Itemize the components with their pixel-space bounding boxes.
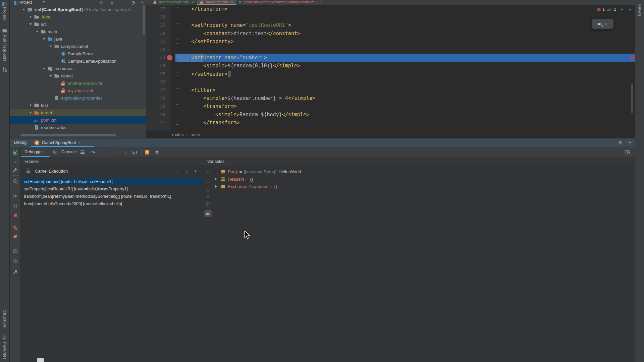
move-down-icon[interactable]: ▼ bbox=[204, 193, 212, 200]
frame-row[interactable]: from[timer://hello?period=2000] [route=h… bbox=[21, 200, 203, 207]
tool-stripe-pull-requests[interactable]: Pull Requests bbox=[2, 35, 7, 61]
force-step-into-icon[interactable]: ↓ bbox=[112, 149, 118, 155]
step-over-icon[interactable]: ↷ bbox=[90, 149, 96, 155]
tool-stripe-project[interactable]: Project bbox=[2, 7, 7, 20]
camel-exchange-icon[interactable]: ∞ bbox=[204, 210, 212, 217]
tool-stripe-favorites[interactable]: Favorites bbox=[2, 342, 7, 360]
tree-item[interactable]: >resources bbox=[10, 65, 146, 72]
stop-icon[interactable] bbox=[12, 212, 18, 218]
gear-dd-icon[interactable] bbox=[12, 258, 18, 264]
tree-item[interactable]: CSampleBean bbox=[10, 50, 146, 57]
show-execution-point-icon[interactable]: 9 bbox=[12, 159, 18, 165]
tree-item[interactable]: xml [Camel SpringBoot] ~/Dev/git/camel-s… bbox=[10, 6, 146, 13]
step-into-icon[interactable]: ↓ bbox=[101, 149, 107, 155]
breadcrumb-child[interactable]: route bbox=[191, 132, 200, 137]
tree-item[interactable]: java bbox=[10, 35, 146, 43]
fold-marker-icon[interactable] bbox=[176, 104, 179, 108]
chevron-right-icon[interactable] bbox=[215, 185, 219, 188]
tree-item[interactable]: <>my-route.xml bbox=[10, 87, 146, 94]
thread-selector-label[interactable]: Camel Execution bbox=[35, 166, 68, 177]
fold-marker-icon[interactable] bbox=[176, 72, 179, 76]
maven-reload-popup[interactable]: m × bbox=[592, 19, 613, 29]
threads-icon[interactable] bbox=[79, 149, 86, 155]
breakpoint-icon[interactable] bbox=[167, 55, 172, 60]
breadcrumb-parent[interactable]: routes bbox=[146, 132, 184, 137]
variable-row[interactable]: Exchange Properties={} bbox=[203, 183, 635, 190]
vertical-scrollbar[interactable] bbox=[143, 5, 145, 35]
pin-icon[interactable] bbox=[12, 269, 18, 275]
locate-file-icon[interactable] bbox=[99, 0, 104, 5]
fold-marker-icon[interactable] bbox=[176, 56, 179, 60]
hide-panel-icon[interactable] bbox=[627, 140, 632, 145]
chevron-right-icon[interactable] bbox=[28, 111, 34, 114]
tree-item[interactable]: mpom.xml bbox=[10, 116, 146, 124]
resume-icon[interactable] bbox=[12, 193, 18, 199]
horizontal-scrollbar[interactable] bbox=[20, 134, 116, 136]
tree-item[interactable]: target bbox=[10, 109, 146, 116]
tree-item[interactable]: application.properties bbox=[10, 94, 146, 102]
chevron-down-icon[interactable] bbox=[41, 37, 47, 41]
camera-icon[interactable] bbox=[12, 248, 18, 254]
move-up-icon[interactable]: ↑ bbox=[174, 168, 180, 174]
chevron-down-icon[interactable] bbox=[48, 44, 54, 49]
add-icon[interactable]: + bbox=[204, 169, 212, 175]
remove-icon[interactable]: − bbox=[204, 179, 212, 186]
maven-reload-icon[interactable]: m bbox=[598, 21, 602, 26]
close-icon[interactable]: × bbox=[605, 21, 608, 26]
tree-item[interactable]: .idea bbox=[10, 13, 146, 20]
debugger-tool-tab[interactable]: Console bbox=[52, 147, 77, 157]
editor-scrollbar-thumb[interactable] bbox=[631, 84, 633, 113]
move-down-icon[interactable]: ↓ bbox=[184, 168, 190, 174]
favorites-icon[interactable] bbox=[2, 335, 8, 341]
restore-layout-icon[interactable] bbox=[154, 149, 160, 155]
wrench-icon[interactable] bbox=[12, 167, 18, 174]
view-breakpoints-icon[interactable] bbox=[12, 225, 18, 231]
mute-breakpoints-icon[interactable] bbox=[12, 233, 18, 239]
tree-item[interactable]: src bbox=[10, 20, 146, 28]
layout-settings-icon[interactable] bbox=[624, 149, 630, 155]
fold-marker-icon[interactable] bbox=[176, 23, 179, 27]
tool-stripe-structure[interactable]: Structure bbox=[2, 310, 7, 327]
chevron-right-icon[interactable] bbox=[215, 178, 219, 180]
tool-stripe-maven[interactable]: Maven bbox=[637, 3, 642, 16]
close-icon[interactable]: × bbox=[78, 140, 80, 145]
evaluate-expression-icon[interactable] bbox=[144, 149, 150, 155]
hide-panel-icon[interactable] bbox=[140, 0, 145, 5]
tree-item[interactable]: <>another-route.xml bbox=[10, 79, 146, 87]
pull-request-icon[interactable] bbox=[2, 66, 8, 72]
tree-item[interactable]: readme.adoc bbox=[10, 124, 146, 131]
variable-row[interactable]: Body={java.lang.String}Hello World bbox=[203, 168, 635, 175]
watch-eye-icon[interactable] bbox=[12, 178, 18, 184]
chevron-down-icon[interactable] bbox=[628, 8, 632, 11]
project-window-icon[interactable] bbox=[2, 1, 8, 7]
frame-row[interactable]: setProperty[testRouteURI] [route=hello,i… bbox=[21, 185, 203, 193]
folder-stripe-icon[interactable] bbox=[2, 27, 8, 34]
dropdown-icon[interactable]: ▼ bbox=[193, 168, 199, 174]
tree-item[interactable]: sample.camel bbox=[10, 43, 146, 50]
frame-row[interactable]: setHeader[number] [route=hello,id=setHea… bbox=[21, 178, 203, 185]
thread-selector[interactable]: Camel Execution ↑ ↓ ▼ bbox=[21, 166, 203, 177]
tree-item[interactable]: test bbox=[10, 102, 146, 109]
move-up-icon[interactable]: ▲ bbox=[204, 187, 212, 193]
chevron-down-icon[interactable] bbox=[41, 66, 47, 71]
chevron-down-icon[interactable]: ▼ bbox=[42, 0, 45, 4]
gear-icon[interactable] bbox=[130, 0, 136, 5]
code-area[interactable]: 27</transform>2829<setProperty name="tes… bbox=[146, 0, 635, 131]
debugger-tool-tab[interactable]: Debugger bbox=[24, 147, 43, 157]
project-panel-title[interactable]: Project bbox=[19, 0, 32, 5]
rerun-icon[interactable] bbox=[12, 149, 18, 156]
gear-icon[interactable] bbox=[618, 140, 623, 145]
chevron-up-icon[interactable] bbox=[620, 8, 624, 11]
variable-row[interactable]: Headers={} bbox=[203, 175, 635, 183]
tree-item[interactable]: main bbox=[10, 28, 146, 35]
chevron-down-icon[interactable] bbox=[21, 7, 27, 12]
tree-item[interactable]: CSampleCamelApplication bbox=[10, 57, 146, 65]
copy-stack-icon[interactable] bbox=[204, 201, 212, 207]
inspection-widget[interactable]: 1 2 bbox=[597, 7, 632, 12]
chevron-down-icon[interactable] bbox=[34, 29, 40, 34]
chevron-right-icon[interactable] bbox=[28, 15, 34, 18]
chevron-down-icon[interactable] bbox=[48, 74, 54, 78]
frame-row[interactable]: transform[bean[ref:myBean method:saySome… bbox=[21, 193, 203, 200]
step-out-icon[interactable]: ↑ bbox=[122, 149, 128, 155]
fold-marker-icon[interactable] bbox=[176, 40, 179, 44]
